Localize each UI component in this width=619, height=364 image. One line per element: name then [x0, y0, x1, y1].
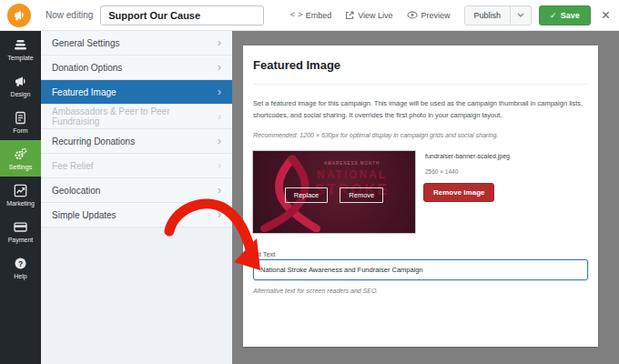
topbar-actions: < > Embed View Live Preview Publish — [289, 5, 610, 25]
panel-heading: Featured Image — [253, 58, 340, 72]
menu-item-label: General Settings — [52, 38, 120, 48]
save-label: Save — [561, 11, 580, 20]
builder-nav-sidebar: Template Design Form Settings — [0, 31, 41, 364]
megaphone-logo-icon — [13, 9, 25, 22]
chevron-right-icon: › — [218, 136, 221, 147]
view-live-label: View Live — [358, 11, 392, 20]
menu-item-label: Ambassadors & Peer to Peer Fundraising — [52, 106, 218, 126]
chevron-right-icon: › — [218, 62, 221, 73]
banner-title-line1: NATIONAL — [289, 168, 416, 181]
nav-item-payment[interactable]: Payment — [0, 213, 41, 249]
menu-item-geolocation[interactable]: Geolocation › — [41, 178, 232, 203]
chevron-right-icon: › — [218, 209, 221, 220]
chevron-right-icon: › — [218, 37, 221, 48]
help-icon: ? — [14, 257, 27, 270]
chevron-right-icon: › — [218, 185, 221, 196]
builder-canvas: Featured Image Set a featured image for … — [232, 31, 619, 364]
embed-button[interactable]: < > Embed — [289, 11, 331, 20]
topbar: Now editing < > Embed View Live Preview … — [0, 0, 619, 31]
publish-split-button[interactable]: Publish — [464, 5, 533, 25]
nav-item-label: Template — [7, 55, 33, 61]
settings-icon — [14, 147, 27, 161]
divider — [253, 84, 588, 85]
menu-item-label: Geolocation — [52, 186, 100, 196]
embed-label: Embed — [306, 11, 332, 20]
featured-image-panel: Featured Image Set a featured image for … — [243, 46, 598, 347]
form-icon — [14, 111, 27, 125]
nav-item-settings[interactable]: Settings — [0, 140, 41, 177]
nav-item-label: Form — [13, 127, 27, 134]
nav-item-label: Settings — [9, 164, 32, 170]
remove-overlay-button[interactable]: Remove — [340, 187, 383, 203]
now-editing-label: Now editing — [46, 10, 93, 20]
view-live-button[interactable]: View Live — [345, 11, 392, 20]
nav-item-help[interactable]: ? Help — [0, 249, 41, 286]
chevron-down-icon — [517, 13, 524, 17]
menu-item-label: Donation Options — [52, 63, 122, 73]
design-icon — [14, 75, 27, 88]
menu-item-donation-options[interactable]: Donation Options › — [41, 56, 232, 80]
preview-button[interactable]: Preview — [407, 11, 451, 20]
remove-image-button[interactable]: Remove Image — [423, 183, 494, 202]
nav-item-template[interactable]: Template — [0, 31, 41, 67]
panel-description: Set a featured image for this campaign. … — [253, 98, 588, 122]
alt-text-help: Alternative text for screen readers and … — [253, 288, 378, 294]
settings-submenu: General Settings › Donation Options › Fe… — [41, 31, 232, 364]
image-dimensions: 2560 × 1440 — [425, 168, 458, 175]
embed-code-icon: < > — [289, 11, 301, 20]
svg-text:?: ? — [18, 258, 23, 268]
menu-item-featured-image[interactable]: Featured Image › — [41, 80, 232, 105]
image-filename: fundraiser-banner-scaled.jpeg — [425, 153, 510, 159]
nav-item-marketing[interactable]: Marketing — [0, 177, 41, 213]
nav-item-label: Design — [11, 91, 31, 97]
template-icon — [14, 38, 27, 52]
chevron-right-icon: › — [218, 111, 221, 122]
image-hover-actions: Replace Remove — [253, 187, 415, 203]
menu-item-fee-relief[interactable]: Fee Relief › — [41, 154, 232, 178]
replace-image-button[interactable]: Replace — [285, 187, 329, 203]
payment-icon — [14, 220, 27, 234]
menu-item-recurring-donations[interactable]: Recurring Donations › — [41, 129, 232, 154]
publish-label: Publish — [465, 6, 511, 25]
nav-item-design[interactable]: Design — [0, 67, 41, 104]
chevron-right-icon: › — [218, 160, 221, 171]
alt-text-label: Alt Text — [253, 250, 275, 258]
preview-label: Preview — [421, 11, 451, 20]
menu-item-label: Featured Image — [52, 87, 117, 97]
nav-item-form[interactable]: Form — [0, 104, 41, 140]
charitable-logo — [7, 4, 31, 27]
nav-item-label: Payment — [8, 237, 34, 243]
featured-image-preview: AWARENESS MONTH NATIONAL STROKE Replace … — [252, 150, 416, 234]
marketing-icon — [14, 184, 27, 197]
recommended-size-note: Recommended: 1200 × 630px for optimal di… — [253, 132, 498, 138]
menu-item-general-settings[interactable]: General Settings › — [41, 31, 232, 56]
banner-tagline: AWARENESS MONTH — [289, 161, 416, 166]
publish-caret[interactable] — [510, 6, 531, 25]
menu-item-label: Simple Updates — [52, 210, 117, 220]
menu-item-ambassadors[interactable]: Ambassadors & Peer to Peer Fundraising › — [41, 105, 232, 129]
menu-item-label: Recurring Donations — [52, 136, 135, 147]
nav-item-label: Marketing — [6, 200, 35, 207]
menu-item-label: Fee Relief — [52, 161, 94, 171]
eye-icon — [407, 11, 418, 19]
nav-item-label: Help — [14, 273, 26, 279]
check-icon: ✓ — [550, 11, 557, 20]
alt-text-input[interactable] — [253, 259, 588, 280]
menu-item-simple-updates[interactable]: Simple Updates › — [41, 203, 232, 228]
external-link-icon — [345, 11, 354, 20]
close-icon[interactable]: × — [602, 8, 610, 23]
campaign-title-input[interactable] — [100, 5, 264, 25]
save-button[interactable]: ✓ Save — [539, 5, 591, 25]
chevron-right-icon: › — [218, 86, 221, 97]
